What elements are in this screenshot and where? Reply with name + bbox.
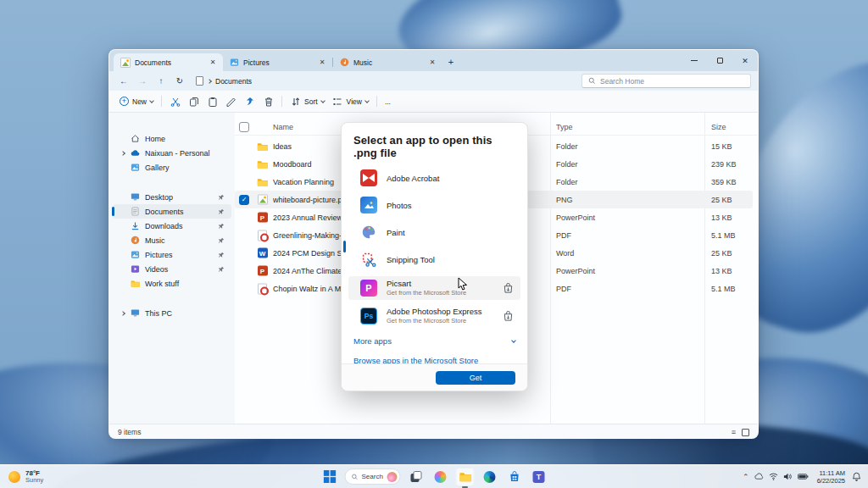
close-tab-icon[interactable]: ✕ (208, 58, 218, 68)
file-size: 13 KB (711, 214, 732, 222)
task-view-button[interactable] (407, 468, 426, 486)
expand-chevron-icon[interactable] (120, 152, 126, 155)
refresh-button[interactable]: ↻ (172, 75, 187, 88)
close-tab-icon[interactable]: ✕ (317, 58, 327, 68)
microsoft-store-button[interactable] (505, 468, 524, 486)
teams-button[interactable]: T (530, 468, 548, 486)
file-type: PNG (556, 196, 573, 204)
sidebar-item-label: Home (145, 135, 165, 143)
column-header-type[interactable]: Type (556, 123, 573, 131)
view-button[interactable]: View (332, 96, 369, 107)
column-header-size[interactable]: Size (711, 123, 726, 131)
navigation-pane: Home Naixuan - Personal Gallery Desktop … (109, 113, 235, 424)
weather-widget[interactable]: 78°F Sunny (0, 469, 170, 485)
documents-icon (130, 207, 140, 217)
clock[interactable]: 11:11 AM 6/22/2025 (817, 469, 845, 485)
app-option-photos[interactable]: Photos (348, 195, 520, 215)
file-type: PDF (556, 231, 571, 240)
app-option-photoshop-express[interactable]: Ps Adobe Photoshop Express Get from the … (348, 304, 520, 328)
tab-pictures[interactable]: Pictures ✕ (223, 53, 332, 71)
desktop-icon (130, 192, 140, 202)
file-explorer-button[interactable] (456, 468, 475, 486)
file-size: 359 KB (711, 178, 737, 186)
pin-icon (218, 237, 225, 244)
details-view-toggle-icon[interactable] (742, 429, 749, 436)
copilot-button[interactable] (431, 468, 450, 486)
store-download-icon[interactable] (503, 311, 514, 322)
see-more-button[interactable]: ... (385, 97, 391, 106)
tab-documents[interactable]: Documents ✕ (114, 53, 223, 71)
toolbar-separator (376, 96, 377, 107)
close-button[interactable]: ✕ (732, 50, 758, 71)
sidebar-item-desktop[interactable]: Desktop (113, 190, 231, 204)
cut-button[interactable] (170, 96, 181, 107)
volume-icon[interactable] (783, 472, 793, 481)
sidebar-item-downloads[interactable]: Downloads (113, 219, 231, 233)
minimize-button[interactable] (682, 50, 707, 71)
rename-button[interactable] (225, 96, 236, 107)
onedrive-tray-icon[interactable] (754, 472, 764, 481)
sidebar-item-documents[interactable]: Documents (113, 204, 231, 219)
app-name: Snipping Tool (387, 255, 435, 264)
word-file-icon: W (257, 247, 268, 258)
select-all-checkbox[interactable] (239, 122, 249, 132)
app-option-picsart[interactable]: P Picsart Get from the Microsoft Store (348, 276, 520, 300)
row-checkbox-checked[interactable]: ✓ (239, 195, 249, 205)
sidebar-item-home[interactable]: Home (113, 131, 231, 146)
forward-button[interactable]: → (135, 75, 150, 88)
app-option-adobe-acrobat[interactable]: Adobe Acrobat (348, 168, 520, 188)
folder-icon (130, 279, 140, 289)
file-size: 5.1 MB (711, 285, 736, 293)
up-button[interactable]: ↑ (153, 75, 169, 88)
app-subtitle: Get from the Microsoft Store (387, 289, 466, 297)
file-size: 239 KB (711, 160, 737, 169)
column-header-name[interactable]: Name (273, 123, 293, 131)
sidebar-item-gallery[interactable]: Gallery (113, 160, 231, 175)
breadcrumb[interactable]: Documents (196, 76, 252, 86)
get-button[interactable]: Get (436, 371, 515, 385)
maximize-button[interactable] (707, 50, 732, 71)
delete-button[interactable] (263, 96, 274, 107)
more-apps-link[interactable]: More apps (353, 336, 515, 346)
file-name: 2023 Annual Review (273, 214, 342, 222)
expand-chevron-icon[interactable] (120, 312, 126, 315)
close-tab-icon[interactable]: ✕ (427, 58, 437, 68)
app-option-snipping-tool[interactable]: Snipping Tool (348, 249, 520, 269)
copy-button[interactable] (188, 96, 199, 107)
explorer-search-input[interactable]: Search Home (581, 74, 751, 88)
tab-music[interactable]: Music ✕ (333, 53, 442, 71)
sidebar-item-this-pc[interactable]: This PC (113, 306, 231, 320)
start-button[interactable] (320, 468, 339, 486)
app-subtitle: Get from the Microsoft Store (387, 317, 482, 324)
back-button[interactable]: ← (116, 75, 131, 88)
sidebar-item-videos[interactable]: Videos (113, 262, 231, 276)
list-view-toggle-icon[interactable]: ≡ (732, 428, 735, 436)
sidebar-item-work-stuff[interactable]: Work stuff (113, 276, 231, 291)
taskbar-search-input[interactable]: Search (345, 469, 401, 485)
new-button[interactable]: + New (120, 97, 153, 106)
image-file-icon (257, 194, 268, 205)
file-type: Folder (556, 160, 578, 169)
photoshop-express-icon: Ps (360, 308, 377, 324)
sidebar-item-pictures[interactable]: Pictures (113, 247, 231, 262)
store-download-icon[interactable] (503, 283, 514, 294)
wifi-icon[interactable] (769, 472, 778, 481)
hidden-icons-chevron[interactable]: ⌃ (743, 473, 749, 481)
app-option-paint[interactable]: Paint (348, 222, 520, 242)
powerpoint-file-icon: P (257, 212, 268, 223)
file-size: 13 KB (711, 267, 732, 275)
sidebar-item-label: Music (145, 236, 165, 245)
notification-bell-icon[interactable] (852, 472, 861, 481)
share-button[interactable] (244, 96, 255, 107)
sort-button[interactable]: Sort (290, 96, 325, 107)
sidebar-item-onedrive[interactable]: Naixuan - Personal (113, 146, 231, 160)
new-tab-button[interactable]: + (442, 53, 459, 70)
sidebar-item-music[interactable]: Music (113, 233, 231, 247)
file-size: 25 KB (711, 249, 732, 258)
edge-button[interactable] (481, 468, 499, 486)
battery-icon[interactable] (798, 472, 809, 481)
window-controls: ✕ (682, 50, 758, 71)
this-pc-icon (130, 308, 140, 319)
more-apps-label: More apps (353, 336, 392, 346)
paste-button[interactable] (207, 96, 218, 107)
